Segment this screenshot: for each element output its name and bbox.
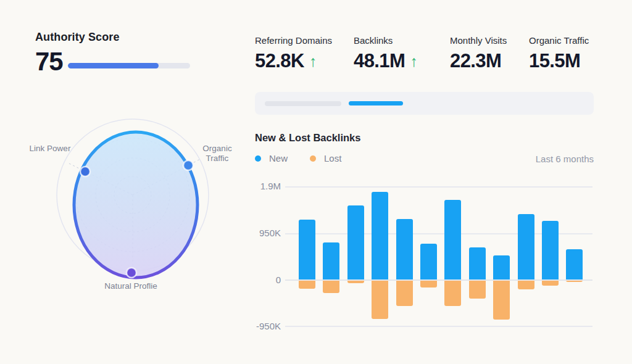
- radar-label-organic-traffic: Organic Traffic: [191, 144, 244, 163]
- metric-label: Monthly Visits: [450, 35, 507, 46]
- chart-legend: New Lost: [255, 153, 341, 163]
- new-backlinks-bar: [518, 214, 534, 279]
- metric-label: Backlinks: [354, 35, 418, 46]
- metric-organic-traffic: Organic Traffic 15.5M: [529, 35, 589, 72]
- metric-referring-domains: Referring Domains 52.8K ↑: [255, 35, 332, 72]
- y-axis-tick: -950K: [249, 321, 281, 331]
- lost-backlinks-bar: [372, 279, 388, 319]
- gridline: [285, 326, 592, 327]
- metric-value: 48.1M: [354, 50, 405, 72]
- lost-backlinks-bar: [396, 279, 413, 306]
- new-backlinks-bar: [566, 249, 583, 279]
- metric-value: 15.5M: [529, 50, 580, 72]
- authority-score-title: Authority Score: [35, 31, 120, 44]
- tab-active-pill[interactable]: [349, 101, 403, 105]
- y-axis-tick: 1.9M: [249, 181, 281, 191]
- natural-profile-point: [127, 268, 136, 278]
- new-backlinks-bar: [299, 220, 315, 279]
- lost-backlinks-bar: [518, 279, 534, 289]
- new-backlinks-bar: [444, 200, 461, 280]
- y-axis-tick: 950K: [249, 228, 281, 238]
- radar-label-natural-profile: Natural Proflie: [90, 281, 172, 291]
- legend-label: Lost: [324, 153, 341, 163]
- period-selector[interactable]: Last 6 months: [488, 154, 594, 164]
- lost-backlinks-bar: [444, 279, 461, 306]
- radar-label-link-power: Link Power: [23, 144, 77, 154]
- zero-axis-line: [285, 279, 592, 281]
- metric-label: Referring Domains: [255, 35, 332, 46]
- new-series-dot-icon: [255, 155, 261, 162]
- backlinks-chart-title: New & Lost Backlinks: [255, 132, 360, 144]
- new-backlinks-bar: [542, 221, 559, 279]
- legend-item-lost[interactable]: Lost: [310, 153, 341, 163]
- new-backlinks-bar: [323, 242, 339, 279]
- tab-inactive-pill[interactable]: [265, 101, 341, 106]
- lost-series-dot-icon: [310, 155, 316, 162]
- authority-score-value: 75: [35, 47, 63, 77]
- trend-up-icon: ↑: [309, 54, 317, 69]
- lost-backlinks-bar: [493, 279, 510, 320]
- legend-label: New: [269, 153, 288, 163]
- new-backlinks-bar: [469, 247, 486, 279]
- metric-value: 22.3M: [450, 50, 501, 72]
- metric-label: Organic Traffic: [529, 35, 589, 46]
- radar-profile-blob: [74, 132, 198, 278]
- new-backlinks-bar: [372, 192, 388, 279]
- link-power-point: [80, 167, 90, 176]
- lost-backlinks-bar: [299, 279, 315, 289]
- new-backlinks-bar: [420, 244, 437, 279]
- gridline: [285, 186, 592, 188]
- link-profile-radar-chart: [32, 114, 236, 290]
- trend-up-icon: ↑: [410, 54, 418, 69]
- lost-backlinks-bar: [323, 279, 339, 293]
- backlinks-plot: [285, 183, 592, 337]
- new-backlinks-bar: [396, 219, 413, 279]
- metric-backlinks: Backlinks 48.1M ↑: [354, 35, 418, 72]
- lost-backlinks-bar: [469, 279, 486, 299]
- authority-score-progress-fill: [68, 63, 159, 68]
- metric-monthly-visits: Monthly Visits 22.3M: [450, 35, 507, 72]
- new-backlinks-bar: [493, 255, 510, 279]
- metric-value: 52.8K: [255, 50, 304, 72]
- new-backlinks-bar: [347, 205, 364, 279]
- y-axis-tick: 0: [249, 275, 281, 285]
- authority-score-progressbar: [68, 63, 190, 68]
- chart-toolbar: [255, 92, 594, 115]
- legend-item-new[interactable]: New: [255, 153, 288, 163]
